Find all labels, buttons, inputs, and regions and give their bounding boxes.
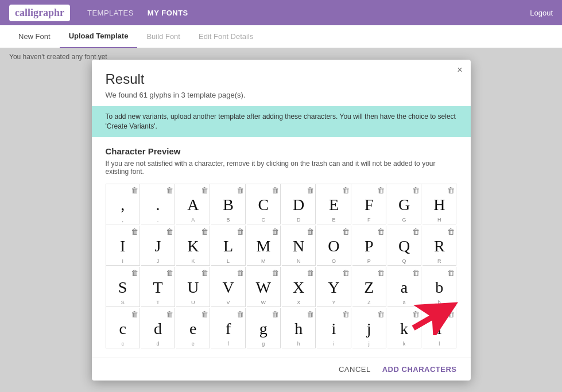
delete-char-button[interactable]: 🗑 bbox=[201, 269, 208, 277]
delete-char-button[interactable]: 🗑 bbox=[131, 228, 138, 235]
char-label: l bbox=[439, 341, 440, 347]
char-display: H bbox=[433, 194, 445, 216]
char-cell: 🗑VV bbox=[211, 267, 245, 307]
char-cell: 🗑ZZ bbox=[352, 267, 386, 307]
char-label: Z bbox=[367, 300, 371, 305]
subnav-new-font[interactable]: New Font bbox=[9, 25, 60, 48]
delete-char-button[interactable]: 🗑 bbox=[307, 228, 314, 235]
char-display: g bbox=[259, 318, 268, 340]
char-cell: 🗑jj bbox=[352, 308, 386, 348]
delete-char-button[interactable]: 🗑 bbox=[237, 311, 244, 318]
delete-char-button[interactable]: 🗑 bbox=[166, 311, 173, 318]
delete-char-button[interactable]: 🗑 bbox=[307, 269, 314, 277]
delete-char-button[interactable]: 🗑 bbox=[447, 187, 455, 194]
delete-char-button[interactable]: 🗑 bbox=[201, 228, 208, 235]
char-cell: 🗑FF bbox=[352, 184, 386, 224]
char-label: O bbox=[332, 258, 336, 264]
delete-char-button[interactable]: 🗑 bbox=[342, 228, 350, 235]
cancel-button[interactable]: CANCEL bbox=[339, 365, 371, 374]
delete-char-button[interactable]: 🗑 bbox=[377, 187, 385, 194]
delete-char-button[interactable]: 🗑 bbox=[377, 311, 385, 318]
char-cell: 🗑cc bbox=[106, 308, 140, 348]
delete-char-button[interactable]: 🗑 bbox=[412, 269, 420, 277]
char-display: L bbox=[223, 235, 233, 257]
char-label: V bbox=[227, 300, 230, 305]
char-label: U bbox=[191, 300, 195, 305]
delete-char-button[interactable]: 🗑 bbox=[237, 187, 244, 194]
char-cell: 🗑OO bbox=[317, 226, 351, 266]
char-label: , bbox=[122, 217, 123, 223]
char-display: h bbox=[294, 318, 303, 340]
delete-char-button[interactable]: 🗑 bbox=[131, 269, 138, 277]
char-display: j bbox=[367, 318, 371, 340]
char-display: . bbox=[156, 194, 160, 216]
nav-templates[interactable]: TEMPLATES bbox=[87, 9, 134, 17]
char-cell: 🗑YY bbox=[317, 267, 351, 307]
char-cell: 🗑GG bbox=[387, 184, 421, 224]
modal-close-button[interactable]: × bbox=[457, 65, 462, 75]
char-display: P bbox=[365, 235, 374, 257]
char-display: C bbox=[258, 194, 269, 216]
logout-button[interactable]: Logout bbox=[530, 9, 553, 17]
delete-char-button[interactable]: 🗑 bbox=[237, 228, 244, 235]
char-label: M bbox=[261, 258, 266, 264]
delete-char-button[interactable]: 🗑 bbox=[377, 269, 385, 277]
char-label: I bbox=[122, 258, 123, 264]
delete-char-button[interactable]: 🗑 bbox=[342, 187, 350, 194]
char-display: R bbox=[434, 235, 445, 257]
delete-char-button[interactable]: 🗑 bbox=[412, 187, 420, 194]
delete-char-button[interactable]: 🗑 bbox=[166, 269, 173, 277]
char-display: F bbox=[365, 194, 374, 216]
delete-char-button[interactable]: 🗑 bbox=[412, 228, 420, 235]
character-preview-title: Character Preview bbox=[106, 146, 457, 156]
char-cell: 🗑HH bbox=[423, 184, 456, 224]
delete-char-button[interactable]: 🗑 bbox=[201, 311, 208, 318]
delete-char-button[interactable]: 🗑 bbox=[377, 228, 385, 235]
char-label: G bbox=[402, 217, 406, 223]
delete-char-button[interactable]: 🗑 bbox=[237, 269, 244, 277]
add-characters-button[interactable]: ADD CHARACTERS bbox=[382, 365, 457, 374]
char-display: B bbox=[223, 194, 234, 216]
char-label: Q bbox=[402, 258, 406, 264]
char-cell: 🗑EE bbox=[317, 184, 351, 224]
delete-char-button[interactable]: 🗑 bbox=[131, 311, 138, 318]
char-cell: 🗑KK bbox=[176, 226, 210, 266]
modal-footer: CANCEL ADD CHARACTERS bbox=[92, 358, 471, 381]
char-label: Y bbox=[332, 300, 335, 305]
subnav-build-font: Build Font bbox=[137, 25, 189, 48]
char-display: e bbox=[189, 318, 196, 340]
char-label: P bbox=[367, 258, 371, 264]
delete-char-button[interactable]: 🗑 bbox=[166, 187, 173, 194]
delete-char-button[interactable]: 🗑 bbox=[447, 269, 455, 277]
delete-char-button[interactable]: 🗑 bbox=[307, 187, 314, 194]
char-cell: 🗑NN bbox=[282, 226, 316, 266]
nav-links: TEMPLATES MY FONTS bbox=[87, 9, 530, 17]
char-label: D bbox=[297, 217, 301, 223]
delete-char-button[interactable]: 🗑 bbox=[307, 311, 314, 318]
char-cell: 🗑dd bbox=[141, 308, 175, 348]
modal-subtitle: We found 61 glyphs in 3 template page(s)… bbox=[106, 91, 457, 99]
delete-char-button[interactable]: 🗑 bbox=[201, 187, 208, 194]
delete-char-button[interactable]: 🗑 bbox=[342, 269, 350, 277]
delete-char-button[interactable]: 🗑 bbox=[447, 228, 455, 235]
char-display: Z bbox=[364, 277, 374, 298]
delete-char-button[interactable]: 🗑 bbox=[272, 228, 279, 235]
delete-char-button[interactable]: 🗑 bbox=[272, 269, 279, 277]
delete-char-button[interactable]: 🗑 bbox=[272, 311, 279, 318]
char-cell: 🗑ff bbox=[211, 308, 245, 348]
char-cell: 🗑BB bbox=[211, 184, 245, 224]
subnav-upload-template[interactable]: Upload Template bbox=[60, 25, 138, 48]
delete-char-button[interactable]: 🗑 bbox=[272, 187, 279, 194]
char-display: O bbox=[328, 235, 339, 257]
delete-char-button[interactable]: 🗑 bbox=[342, 311, 350, 318]
character-grid: 🗑,,🗑..🗑AA🗑BB🗑CC🗑DD🗑EE🗑FF🗑GG🗑HH🗑II🗑JJ🗑KK🗑… bbox=[106, 184, 457, 348]
char-cell: 🗑LL bbox=[211, 226, 245, 266]
char-display: Q bbox=[398, 235, 410, 257]
delete-char-button[interactable]: 🗑 bbox=[166, 228, 173, 235]
char-cell: 🗑II bbox=[106, 226, 140, 266]
char-label: T bbox=[156, 300, 160, 305]
header: calligraphr TEMPLATES MY FONTS Logout bbox=[0, 0, 562, 25]
sub-nav: New Font Upload Template Build Font Edit… bbox=[0, 25, 562, 48]
delete-char-button[interactable]: 🗑 bbox=[131, 187, 138, 194]
nav-my-fonts[interactable]: MY FONTS bbox=[148, 9, 188, 17]
